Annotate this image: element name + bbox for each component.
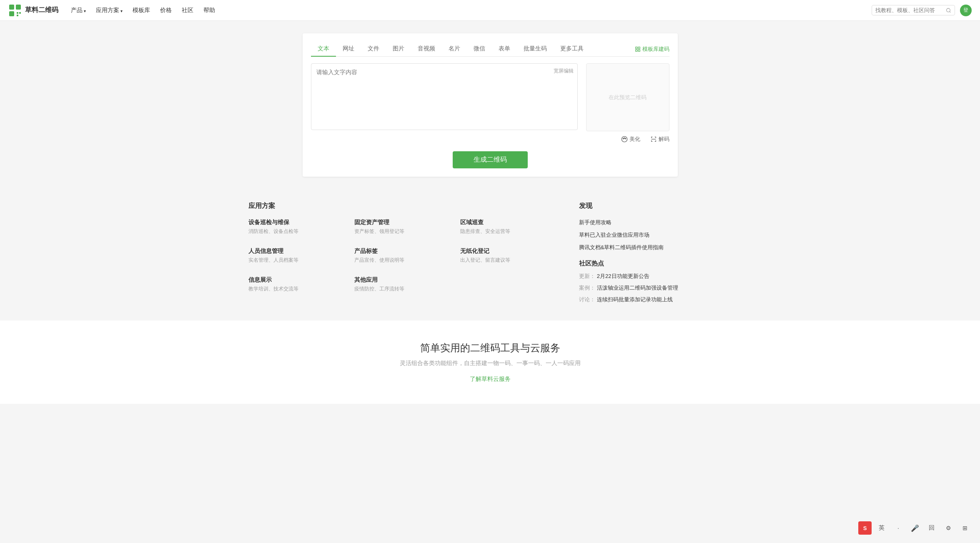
palette-icon [621,136,628,143]
tab-video[interactable]: 音视频 [411,42,442,57]
tab-wechat[interactable]: 微信 [467,42,492,57]
solution-name: 其他应用 [354,276,448,284]
svg-point-15 [625,138,626,139]
solution-item-patrol[interactable]: 区域巡查 隐患排查、安全运营等 [460,219,554,235]
svg-rect-0 [9,5,14,10]
discover-link-beginner[interactable]: 新手使用攻略 [579,219,732,226]
svg-point-12 [622,136,627,142]
nav-search[interactable] [872,5,955,15]
footer-desc: 灵活组合各类功能组件，自主搭建一物一码、一事一码、一人一码应用 [8,360,972,367]
nav-item-community[interactable]: 社区 [182,7,193,14]
discover-section: 发现 新手使用攻略 草料已入驻企业微信应用市场 腾讯文档&草料二维码插件使用指南… [579,202,732,304]
tab-form[interactable]: 表单 [492,42,517,57]
scan-icon [650,136,657,143]
solution-desc: 产品宣传、使用说明等 [354,257,448,264]
svg-rect-2 [9,11,14,16]
solution-desc: 消防巡检、设备点检等 [248,228,342,235]
decode-label: 解码 [659,135,669,143]
qr-content: 宽屏编辑 在此预览二维码 [311,63,669,131]
discover-link-wechat[interactable]: 草料已入驻企业微信应用市场 [579,231,732,239]
tab-image[interactable]: 图片 [386,42,411,57]
nav-item-pricing[interactable]: 价格 [160,7,172,14]
solution-item-product-label[interactable]: 产品标签 产品宣传、使用说明等 [354,248,448,264]
logo[interactable]: 草料二维码 [8,4,58,17]
qr-input-area: 宽屏编辑 [311,63,578,131]
svg-point-14 [624,138,625,138]
footer-link[interactable]: 了解草料云服务 [470,375,511,382]
tab-card[interactable]: 名片 [442,42,467,57]
svg-rect-10 [635,50,637,51]
tabs: 文本 网址 文件 图片 音视频 名片 微信 表单 批量生码 更多工具 模板库建码 [311,42,669,57]
main-content: 文本 网址 文件 图片 音视频 名片 微信 表单 批量生码 更多工具 模板库建码… [0,21,980,420]
svg-line-7 [950,11,950,12]
svg-rect-9 [638,47,640,48]
svg-rect-5 [17,15,18,16]
template-icon [635,46,641,52]
bottom-sections: 应用方案 设备巡检与维保 消防巡检、设备点检等 固定资产管理 资产标签、领用登记… [240,202,740,304]
solutions-section: 应用方案 设备巡检与维保 消防巡检、设备点检等 固定资产管理 资产标签、领用登记… [248,202,554,304]
solution-desc: 隐患排查、安全运营等 [460,228,554,235]
qr-preview: 在此预览二维码 [586,63,669,131]
svg-point-6 [947,8,950,12]
community-item-discussion[interactable]: 讨论：连续扫码批量添加记录功能上线 [579,296,732,303]
tab-batch[interactable]: 批量生码 [517,42,554,57]
svg-rect-1 [16,5,21,10]
community-item-update[interactable]: 更新：2月22日功能更新公告 [579,273,732,280]
solution-item-paperless[interactable]: 无纸化登记 出入登记、留言建议等 [460,248,554,264]
community-title: 社区热点 [579,260,732,268]
tab-more-tools[interactable]: 更多工具 [554,42,590,57]
decode-option[interactable]: 解码 [650,135,669,143]
navigation: 草料二维码 产品 应用方案 模板库 价格 社区 帮助 登 [0,0,980,21]
options-area: 美化 解码 [311,135,669,143]
search-icon [946,8,951,13]
solution-item-other[interactable]: 其他应用 疫情防控、工序流转等 [354,276,448,293]
solution-desc: 教学培训、技术交流等 [248,285,342,293]
discover-title: 发现 [579,202,732,210]
qr-placeholder-text: 在此预览二维码 [609,94,647,101]
solution-item-info[interactable]: 信息展示 教学培训、技术交流等 [248,276,342,293]
solution-item-assets[interactable]: 固定资产管理 资产标签、领用登记等 [354,219,448,235]
solution-item-personnel[interactable]: 人员信息管理 实名管理、人员档案等 [248,248,342,264]
footer-title: 简单实用的二维码工具与云服务 [8,341,972,355]
template-link[interactable]: 模板库建码 [635,45,669,53]
solutions-grid: 设备巡检与维保 消防巡检、设备点检等 固定资产管理 资产标签、领用登记等 区域巡… [248,219,554,293]
solution-name: 人员信息管理 [248,248,342,255]
tab-url[interactable]: 网址 [336,42,361,57]
solution-name: 无纸化登记 [460,248,554,255]
community-items: 更新：2月22日功能更新公告 案例：活泼轴业运用二维码加强设备管理 讨论：连续扫… [579,273,732,304]
solution-desc: 资产标签、领用登记等 [354,228,448,235]
solution-name: 固定资产管理 [354,219,448,226]
svg-rect-11 [638,50,640,51]
community-item-case[interactable]: 案例：活泼轴业运用二维码加强设备管理 [579,284,732,292]
nav-item-help[interactable]: 帮助 [203,7,215,14]
nav-items: 产品 应用方案 模板库 价格 社区 帮助 [71,7,872,14]
avatar[interactable]: 登 [960,5,972,16]
nav-item-templates[interactable]: 模板库 [133,7,150,14]
solution-name: 设备巡检与维保 [248,219,342,226]
solution-item-equipment[interactable]: 设备巡检与维保 消防巡检、设备点检等 [248,219,342,235]
solution-desc: 疫情防控、工序流转等 [354,285,448,293]
generate-button[interactable]: 生成二维码 [453,151,528,168]
beautify-option[interactable]: 美化 [621,135,640,143]
tab-file[interactable]: 文件 [361,42,386,57]
discover-links: 新手使用攻略 草料已入驻企业微信应用市场 腾讯文档&草料二维码插件使用指南 [579,219,732,251]
super-link[interactable]: 宽屏编辑 [554,68,574,75]
tab-text[interactable]: 文本 [311,42,336,57]
generate-area: 生成二维码 [311,151,669,168]
nav-item-solutions[interactable]: 应用方案 [96,7,123,14]
solutions-title: 应用方案 [248,202,554,210]
solution-name: 区域巡查 [460,219,554,226]
nav-item-product[interactable]: 产品 [71,7,86,14]
svg-rect-3 [17,12,18,14]
solution-desc: 实名管理、人员档案等 [248,257,342,264]
search-input[interactable] [875,7,946,13]
template-link-text: 模板库建码 [642,45,669,53]
qr-tool-section: 文本 网址 文件 图片 音视频 名片 微信 表单 批量生码 更多工具 模板库建码… [303,33,678,177]
svg-point-13 [623,138,624,139]
solution-name: 产品标签 [354,248,448,255]
svg-rect-4 [19,12,21,14]
logo-text: 草料二维码 [25,6,58,15]
discover-link-tencent[interactable]: 腾讯文档&草料二维码插件使用指南 [579,244,732,251]
logo-icon [8,4,22,17]
text-input[interactable] [311,63,578,130]
